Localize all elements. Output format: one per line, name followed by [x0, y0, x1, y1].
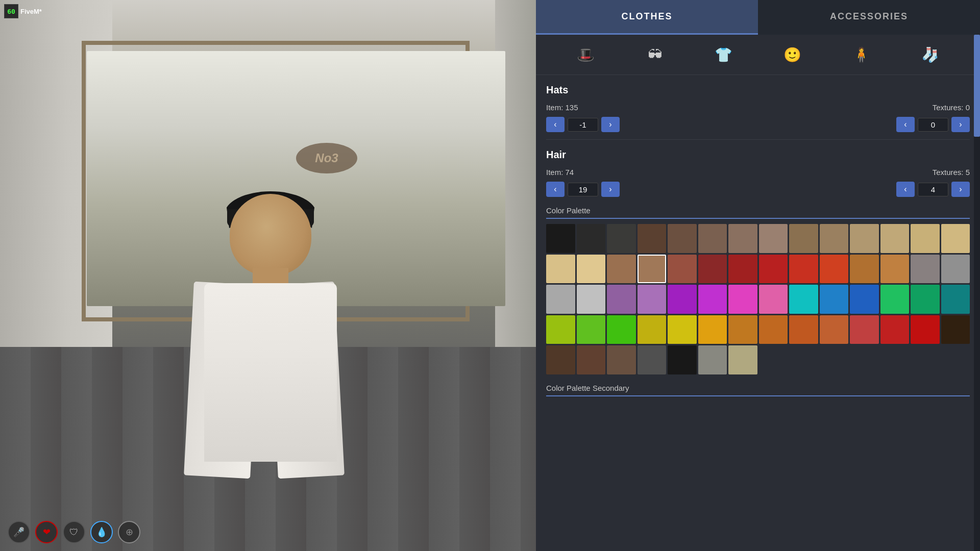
color-swatch[interactable] — [546, 315, 575, 344]
color-swatch[interactable] — [820, 315, 849, 344]
color-swatch[interactable] — [880, 315, 910, 344]
tab-accessories[interactable]: ACCESSORIES — [758, 0, 980, 35]
color-swatch[interactable] — [607, 315, 636, 344]
color-swatch[interactable] — [638, 285, 667, 314]
color-swatch[interactable] — [698, 315, 727, 344]
hair-next-button[interactable]: › — [601, 182, 620, 197]
color-swatch[interactable] — [546, 224, 575, 253]
color-swatch[interactable] — [820, 224, 849, 253]
color-swatch[interactable] — [911, 315, 940, 344]
hats-tex-prev-button[interactable]: ‹ — [896, 117, 915, 132]
hair-item-row: Item: 74 Textures: 5 — [546, 168, 970, 177]
color-swatch[interactable] — [546, 255, 575, 284]
panel-scrollbar-thumb[interactable] — [974, 35, 980, 137]
color-palette-section: Color Palette — [546, 206, 970, 374]
color-swatch[interactable] — [789, 224, 818, 253]
color-swatch[interactable] — [759, 224, 788, 253]
hud-water-button[interactable]: 💧 — [90, 521, 113, 543]
hats-tex-next-button[interactable]: › — [951, 117, 970, 132]
hair-tex-next-button[interactable]: › — [951, 182, 970, 197]
character-model — [199, 194, 362, 525]
color-swatch[interactable] — [911, 255, 940, 284]
color-swatch[interactable] — [546, 345, 575, 374]
color-swatch[interactable] — [820, 255, 849, 284]
color-swatch[interactable] — [820, 285, 849, 314]
color-swatch[interactable] — [698, 285, 727, 314]
color-swatch[interactable] — [759, 285, 788, 314]
color-swatch[interactable] — [850, 255, 879, 284]
hats-prev-button[interactable]: ‹ — [546, 117, 565, 132]
color-swatch[interactable] — [911, 224, 940, 253]
tab-clothes[interactable]: CLOTHES — [536, 0, 758, 35]
hats-title: Hats — [546, 84, 970, 96]
color-swatch[interactable] — [577, 285, 606, 314]
color-swatch[interactable] — [728, 255, 757, 284]
color-swatch[interactable] — [668, 255, 697, 284]
hud-mic-button[interactable]: 🎤 — [8, 521, 30, 543]
color-swatch[interactable] — [759, 255, 788, 284]
color-swatch[interactable] — [638, 224, 667, 253]
color-swatch[interactable] — [668, 315, 697, 344]
color-swatch[interactable] — [607, 224, 636, 253]
scene-sign: No3 — [296, 143, 357, 173]
color-swatch[interactable] — [577, 345, 606, 374]
category-shirt[interactable]: 👕 — [711, 42, 737, 67]
color-swatch[interactable] — [850, 315, 879, 344]
color-swatch[interactable] — [698, 345, 727, 374]
right-panel: CLOTHES ACCESSORIES 🎩 🕶 👕 🙂 🧍 🧦 Hats Ite… — [536, 0, 980, 551]
color-swatch[interactable] — [638, 345, 667, 374]
color-swatch[interactable] — [698, 255, 727, 284]
color-swatch[interactable] — [638, 315, 667, 344]
color-swatch[interactable] — [607, 345, 636, 374]
color-swatch[interactable] — [789, 285, 818, 314]
color-swatch[interactable] — [880, 255, 910, 284]
color-swatch[interactable] — [668, 345, 697, 374]
color-swatch[interactable] — [607, 285, 636, 314]
color-swatch[interactable] — [789, 255, 818, 284]
color-swatch[interactable] — [668, 224, 697, 253]
color-swatch[interactable] — [607, 255, 636, 284]
color-swatch[interactable] — [850, 285, 879, 314]
color-swatch[interactable] — [728, 285, 757, 314]
category-face[interactable]: 🙂 — [780, 42, 805, 67]
app-title: FiveM* — [20, 8, 42, 15]
color-swatch[interactable] — [728, 345, 757, 374]
color-swatch[interactable] — [941, 255, 970, 284]
hats-next-button[interactable]: › — [601, 117, 620, 132]
color-swatch[interactable] — [850, 224, 879, 253]
color-swatch[interactable] — [577, 224, 606, 253]
color-swatch[interactable] — [941, 315, 970, 344]
color-swatch[interactable] — [546, 285, 575, 314]
hud-vest-button[interactable]: 🛡 — [63, 521, 85, 543]
hair-tex-value: 4 — [918, 183, 948, 196]
color-swatch[interactable] — [941, 224, 970, 253]
hud-heart-button[interactable]: ❤ — [35, 521, 58, 543]
color-swatch[interactable] — [638, 255, 667, 284]
category-socks[interactable]: 🧦 — [918, 42, 943, 67]
hud-food-button[interactable]: ⊕ — [118, 521, 140, 543]
color-swatch[interactable] — [668, 285, 697, 314]
color-swatch[interactable] — [941, 285, 970, 314]
color-swatch[interactable] — [728, 224, 757, 253]
color-swatch[interactable] — [577, 315, 606, 344]
color-palette-grid — [546, 224, 970, 374]
color-swatch[interactable] — [911, 285, 940, 314]
color-palette-secondary-label: Color Palette Secondary — [546, 384, 970, 396]
character-body — [204, 283, 337, 462]
hats-tex-value: 0 — [918, 118, 948, 132]
hair-tex-prev-button[interactable]: ‹ — [896, 182, 915, 197]
category-person[interactable]: 🧍 — [849, 42, 874, 67]
color-swatch[interactable] — [880, 224, 910, 253]
color-swatch[interactable] — [728, 315, 757, 344]
color-swatch[interactable] — [577, 255, 606, 284]
hair-prev-button[interactable]: ‹ — [546, 182, 565, 197]
panel-scroll-area[interactable]: Hats Item: 135 Textures: 0 ‹ -1 › ‹ 0 › … — [536, 75, 980, 551]
color-swatch[interactable] — [789, 315, 818, 344]
color-swatch[interactable] — [880, 285, 910, 314]
color-swatch[interactable] — [698, 224, 727, 253]
category-glasses[interactable]: 🕶 — [642, 42, 668, 67]
category-hat[interactable]: 🎩 — [573, 42, 599, 67]
hair-textures-label: Textures: 5 — [914, 168, 970, 177]
color-swatch[interactable] — [759, 315, 788, 344]
panel-scrollbar[interactable] — [974, 35, 980, 551]
